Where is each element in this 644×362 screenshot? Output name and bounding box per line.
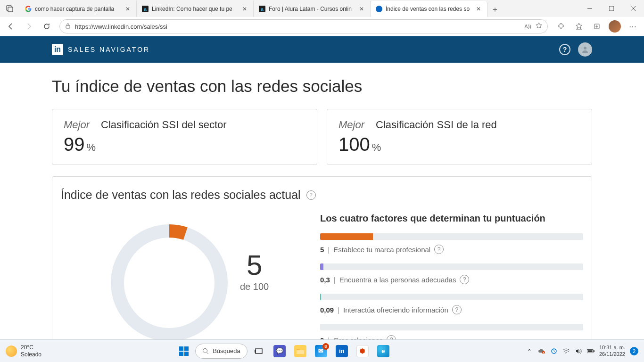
new-tab-button[interactable]: ＋ bbox=[487, 2, 503, 17]
factor-text: Establece tu marca profesional bbox=[333, 246, 430, 254]
svg-rect-14 bbox=[184, 346, 189, 351]
alura-icon: a bbox=[258, 5, 266, 13]
favorite-icon[interactable] bbox=[535, 22, 543, 31]
close-icon[interactable]: ✕ bbox=[241, 5, 248, 13]
office-app-icon[interactable]: ⬢ bbox=[353, 342, 372, 361]
taskbar: 20°C Soleado Búsqueda 💬 ✉8 in ⬢ e ^ ✕ 10… bbox=[0, 339, 644, 362]
factor-value: 0,3 bbox=[320, 276, 330, 284]
ssi-factors: Los cuatro factores que determinan tu pu… bbox=[320, 211, 583, 340]
address-bar[interactable]: https://www.linkedin.com/sales/ssi A)) bbox=[59, 19, 548, 33]
favorites-bar-icon[interactable] bbox=[570, 18, 587, 34]
read-aloud-icon[interactable]: A)) bbox=[524, 24, 531, 29]
svg-rect-13 bbox=[179, 346, 183, 351]
url-text: https://www.linkedin.com/sales/ssi bbox=[75, 23, 520, 30]
tab-linkedin-article[interactable]: a LinkedIn: Como hacer que tu pe ✕ bbox=[137, 1, 254, 17]
back-button[interactable] bbox=[3, 18, 19, 34]
ssi-score-value: 5 bbox=[240, 249, 269, 281]
help-button[interactable]: ? bbox=[559, 44, 570, 55]
help-icon[interactable]: ? bbox=[452, 305, 462, 314]
help-icon[interactable]: ? bbox=[434, 245, 444, 254]
close-icon[interactable]: ✕ bbox=[124, 5, 132, 13]
industry-rank-label: Clasificación SSI del sector bbox=[101, 119, 227, 131]
svg-text:✕: ✕ bbox=[543, 351, 545, 354]
tab-google[interactable]: como hacer captura de pantalla ✕ bbox=[20, 1, 137, 17]
network-rank-card: Mejor Clasificación SSI de la red 100% bbox=[327, 109, 592, 165]
linkedin-app-icon[interactable]: in bbox=[332, 342, 351, 361]
sun-icon bbox=[6, 346, 17, 357]
tab-label: Índice de ventas con las redes so bbox=[386, 6, 472, 12]
mejor-label: Mejor bbox=[64, 119, 90, 131]
lock-icon bbox=[65, 23, 71, 31]
window-controls bbox=[579, 0, 644, 17]
profile-button[interactable] bbox=[606, 18, 623, 34]
onedrive-icon[interactable]: ✕ bbox=[538, 347, 545, 355]
explorer-app-icon[interactable] bbox=[291, 342, 310, 361]
factor-row: 0,09 | Interactúa ofreciendo información… bbox=[320, 294, 583, 314]
updates-icon[interactable] bbox=[550, 347, 558, 355]
battery-icon[interactable] bbox=[587, 347, 594, 355]
tab-label: LinkedIn: Como hacer que tu pe bbox=[152, 6, 238, 12]
ssi-donut-chart bbox=[108, 222, 231, 340]
mail-app-icon[interactable]: ✉8 bbox=[312, 342, 330, 361]
help-icon[interactable]: ? bbox=[306, 190, 316, 200]
taskbar-search[interactable]: Búsqueda bbox=[195, 344, 248, 359]
factor-bar bbox=[320, 294, 583, 300]
edge-app-icon[interactable]: e bbox=[374, 342, 393, 361]
factor-text: Interactúa ofreciendo información bbox=[343, 306, 448, 314]
ssi-card-title: Índice de ventas con las redes sociales … bbox=[61, 188, 583, 202]
brand-text: SALES NAVIGATOR bbox=[68, 46, 150, 53]
notifications-button[interactable]: 2 bbox=[630, 347, 638, 355]
factor-value: 0,09 bbox=[320, 306, 334, 314]
user-avatar[interactable] bbox=[578, 42, 592, 57]
chat-app-icon[interactable]: 💬 bbox=[270, 342, 289, 361]
close-icon[interactable]: ✕ bbox=[475, 5, 482, 13]
maximize-button[interactable] bbox=[601, 0, 622, 17]
factor-label: 0,09 | Interactúa ofreciendo información… bbox=[320, 305, 583, 314]
time: 10:31 a. m. bbox=[599, 345, 625, 351]
help-icon[interactable]: ? bbox=[460, 275, 469, 284]
menu-button[interactable]: ⋯ bbox=[624, 18, 641, 34]
refresh-button[interactable] bbox=[39, 18, 55, 34]
minimize-button[interactable] bbox=[579, 0, 601, 17]
close-window-button[interactable] bbox=[622, 0, 644, 17]
weather-widget[interactable]: 20°C Soleado bbox=[6, 344, 41, 358]
svg-rect-20 bbox=[255, 350, 256, 353]
tab-strip: como hacer captura de pantalla ✕ a Linke… bbox=[20, 0, 579, 17]
network-rank-label: Clasificación SSI de la red bbox=[376, 119, 497, 131]
svg-rect-26 bbox=[588, 350, 593, 352]
collections-icon[interactable] bbox=[588, 18, 605, 34]
page-title: Tu índice de ventas con las redes social… bbox=[52, 77, 592, 96]
svg-rect-6 bbox=[66, 25, 70, 28]
task-view-button[interactable] bbox=[249, 342, 268, 361]
svg-point-17 bbox=[203, 348, 207, 353]
header-actions: ? bbox=[559, 42, 592, 57]
tab-label: como hacer captura de pantalla bbox=[35, 6, 121, 12]
wifi-icon[interactable] bbox=[562, 347, 570, 355]
tab-actions-button[interactable] bbox=[0, 5, 20, 12]
close-icon[interactable]: ✕ bbox=[358, 5, 365, 13]
factors-title: Los cuatro factores que determinan tu pu… bbox=[320, 213, 583, 224]
date: 26/11/2022 bbox=[599, 351, 625, 357]
start-button[interactable] bbox=[174, 342, 193, 361]
tab-ssi-active[interactable]: Índice de ventas con las redes so ✕ bbox=[371, 1, 487, 17]
chevron-up-icon[interactable]: ^ bbox=[526, 347, 533, 355]
google-icon bbox=[25, 5, 32, 13]
extensions-icon[interactable] bbox=[553, 18, 570, 34]
taskbar-center: Búsqueda 💬 ✉8 in ⬢ e bbox=[174, 342, 393, 361]
clock[interactable]: 10:31 a. m. 26/11/2022 bbox=[599, 345, 625, 357]
page-content: in SALES NAVIGATOR ? Tu índice de ventas… bbox=[0, 36, 644, 340]
factor-bar bbox=[320, 324, 583, 330]
forward-button[interactable] bbox=[21, 18, 37, 34]
svg-rect-3 bbox=[609, 6, 614, 11]
volume-icon[interactable] bbox=[575, 347, 582, 355]
main-content: Tu índice de ventas con las redes social… bbox=[0, 63, 644, 340]
rank-cards: Mejor Clasificación SSI del sector 99% M… bbox=[52, 109, 592, 165]
sales-navigator-logo[interactable]: in SALES NAVIGATOR bbox=[52, 44, 150, 55]
svg-rect-15 bbox=[179, 352, 183, 356]
factor-label: 0,3 | Encuentra a las personas adecuadas… bbox=[320, 275, 583, 284]
linkedin-glyph-icon: in bbox=[52, 44, 63, 55]
weather-cond: Soleado bbox=[21, 351, 41, 358]
tab-alura-foro[interactable]: a Foro | Alura Latam - Cursos onlin ✕ bbox=[254, 1, 371, 17]
svg-line-18 bbox=[207, 353, 208, 354]
svg-rect-16 bbox=[184, 352, 189, 356]
